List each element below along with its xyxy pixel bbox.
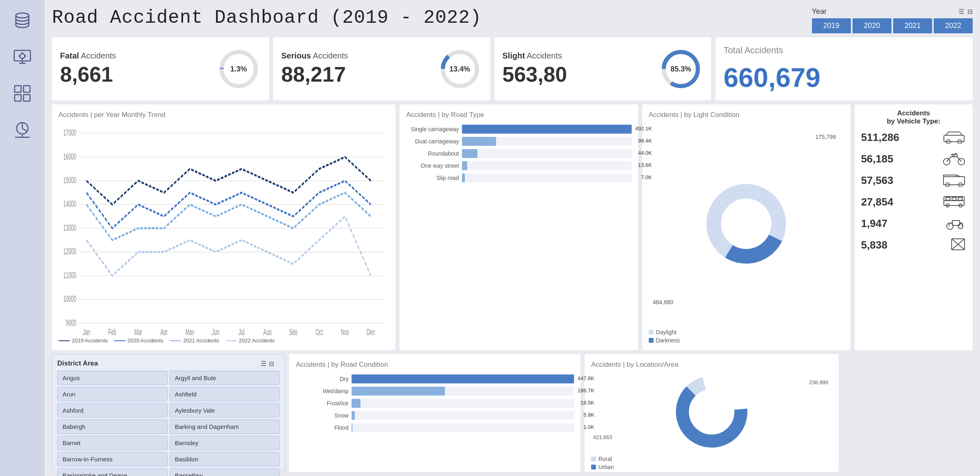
svg-rect-3 [15,86,21,92]
district-item-bassetlaw[interactable]: Bassetlaw [170,468,280,476]
vehicle-car-count: 511,286 [861,131,899,144]
main-content: Road Accident Dashboard (2019 - 2022) Ye… [45,0,980,476]
legend-2019: 2019 Accidents [58,338,108,344]
district-header: District Area ☰ ⊟ [57,359,280,368]
district-item-aylesbury[interactable]: Aylesbury Vale [170,403,280,418]
district-item-arun[interactable]: Arun [57,387,168,401]
light-daylight-label: 484,880 [653,299,673,305]
trend-legend: 2019 Accidents 2020 Accidents 2021 Accid… [58,338,389,344]
vehicle-row-van: 57,563 [861,171,966,190]
bar-label-dry: Dry [296,376,348,382]
vehicle-row-car: 511,286 [861,128,966,147]
slight-donut: 85.3% [658,47,703,91]
year-btn-2020[interactable]: 2020 [853,18,891,33]
district-item-ashfield[interactable]: Ashfield [170,387,280,401]
district-clear-icon[interactable]: ⊟ [269,360,274,368]
vehicle-row-motorcycle: 56,185 [861,149,966,169]
vehicle-tractor-count: 1,947 [861,217,887,230]
road-type-card: Accidents | by Road Type Single carriage… [399,104,638,350]
district-item-barnet[interactable]: Barnet [57,436,168,450]
bar-label-snow: Snow [296,412,348,419]
svg-text:May: May [186,327,194,335]
bar-track-single: 492.1K [462,125,631,134]
filter-clear-icon[interactable]: ⊟ [967,8,973,15]
header-row: Road Accident Dashboard (2019 - 2022) Ye… [52,7,973,33]
svg-rect-62 [958,197,962,200]
location-rural-label: 238,990 [809,379,828,385]
bus-icon [942,194,966,210]
road-type-title: Accidents | by Road Type [406,111,631,119]
svg-rect-61 [952,197,956,200]
light-title: Accidents | by Light Condition [649,111,844,119]
bar-row-wet: Wet/damp 186.7K [296,387,574,396]
svg-text:Sep: Sep [289,327,297,335]
serious-kpi-text: Serious Accidents 88,217 [281,51,431,87]
car-icon [942,130,966,145]
serious-kpi-title: Serious Accidents [281,51,431,61]
bar-track-slip: 7.0K [462,173,631,182]
district-item-ashford[interactable]: Ashford [57,403,168,418]
road-condition-bars: Dry 447.8K Wet/damp 186.7K Frost/ice [296,374,574,465]
legend-rural: Rural [591,456,832,462]
svg-text:Mar: Mar [134,327,142,335]
svg-point-0 [16,13,29,18]
total-kpi-label: Total Accidents [723,45,783,56]
district-item-babergh[interactable]: Babergh [57,420,168,434]
legend-2020: 2020 Accidents [114,338,163,344]
slight-kpi-text: Slight Accidents 563,80 [503,51,652,87]
filter-list-icon[interactable]: ☰ [958,8,964,15]
vehicle-row-tractor: 1,947 [861,214,966,233]
kpi-row: Fatal Accidents 8,661 1.3% Serious Accid… [52,37,973,100]
tractor-icon [942,216,966,232]
svg-text:Dec: Dec [367,327,375,335]
other-icon [950,237,966,253]
district-item-argyll[interactable]: Argyll and Bute [170,371,280,385]
bar-label-roundabout: Roundabout [406,150,459,157]
vehicle-title: Accidents by Vehicle Type: [861,109,966,125]
district-item-barrow[interactable]: Barrow-in-Furness [57,452,168,466]
light-darkness-label: 175,799 [815,134,836,140]
district-grid: Angus Argyll and Bute Arun Ashfield Ashf… [57,371,280,476]
bar-label-slip: Slip road [406,175,459,181]
vehicle-bus-count: 27,854 [861,196,894,208]
van-icon [942,173,966,188]
monitor-icon[interactable] [10,45,35,69]
motorcycle-icon [942,151,966,167]
svg-text:12000: 12000 [63,246,76,256]
district-item-barnsley[interactable]: Barnsley [170,436,280,450]
svg-text:Oct: Oct [315,327,323,335]
year-btn-2022[interactable]: 2022 [934,18,973,33]
trend-chart-area: 17000 16000 15000 14000 13000 12000 1100… [58,121,389,335]
bar-row-dry: Dry 447.8K [296,374,574,383]
legend-darkness: Darkness [649,337,844,344]
slight-kpi-value: 563,80 [503,62,652,87]
district-item-barking[interactable]: Barking and Dagenham [170,420,280,434]
svg-rect-60 [946,197,950,200]
district-item-basingstoke[interactable]: Basingstoke and Deane [57,468,168,476]
vehicle-other-count: 5,838 [861,239,887,251]
year-filter: Year ☰ ⊟ 2019 2020 2021 2022 [812,7,973,33]
bar-label-single: Single carriageway [406,126,459,132]
vehicle-moto-count: 56,185 [861,153,894,165]
sidebar [0,0,45,476]
bar-track-dry: 447.8K [352,374,574,383]
legend-2022: 2022 Accidents [226,338,275,344]
svg-text:14000: 14000 [63,199,76,209]
district-title: District Area [57,359,98,368]
year-btn-2019[interactable]: 2019 [812,18,851,33]
district-item-angus[interactable]: Angus [57,371,168,385]
fatal-kpi-text: Fatal Accidents 8,661 [60,51,210,87]
year-btn-2021[interactable]: 2021 [893,18,932,33]
total-kpi-card: Total Accidents 660,679 [715,37,973,100]
district-item-basildon[interactable]: Basildon [170,452,280,466]
chart-icon[interactable] [10,118,35,142]
district-filter-icon[interactable]: ☰ [261,360,266,368]
grid-icon[interactable] [10,81,35,106]
bar-label-wet: Wet/damp [296,388,348,394]
light-legend: Daylight Darkness [649,329,844,344]
bar-row-oneway: One way street 13.6K [406,161,631,170]
bar-row-frost: Frost/ice 18.5K [296,399,574,408]
database-icon[interactable] [10,8,35,32]
bar-label-dual: Dual carriageway [406,138,459,145]
svg-text:11000: 11000 [63,270,76,280]
